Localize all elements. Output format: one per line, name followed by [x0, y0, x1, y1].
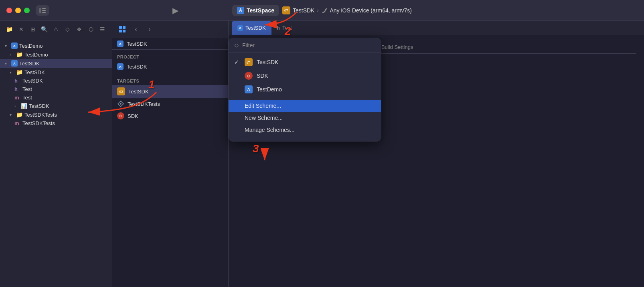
svg-rect-6	[119, 30, 122, 32]
dropdown-edit-scheme[interactable]: Edit Scheme...	[229, 100, 381, 112]
target-label: TestSDK	[128, 89, 149, 95]
middle-testsdk-label: TestSDK	[127, 41, 147, 47]
title-center: A TestSpace 🏷 TestSDK › Any iOS Device (…	[232, 5, 412, 16]
forward-button[interactable]: ›	[144, 26, 155, 33]
target-item-testsdk[interactable]: 🏷 TestSDK	[112, 85, 228, 98]
warnings-icon[interactable]: ⚠	[51, 24, 61, 34]
minimize-button[interactable]	[15, 8, 21, 13]
run-button[interactable]: ▶	[172, 6, 178, 15]
tree-label: TestSDK	[22, 78, 43, 84]
tree-item-testsdktests-m[interactable]: m TestSDKTests	[0, 119, 112, 127]
tree-item-test-m[interactable]: m Test	[0, 93, 112, 102]
svg-rect-5	[123, 26, 126, 29]
project-item-testsdk[interactable]: A TestSDK	[112, 61, 228, 72]
tree-item-testsdk-framework[interactable]: › 📊 TestSDK	[0, 102, 112, 110]
tree-label: Test	[22, 86, 32, 92]
dropdown-item-label: TestSDK	[257, 59, 278, 65]
dropdown-item-label: TestDemo	[257, 86, 282, 93]
scheme-red-icon: ⊙	[245, 72, 253, 80]
dropdown-new-scheme[interactable]: New Scheme...	[229, 112, 381, 124]
framework-icon: 📊	[21, 103, 27, 109]
folder-icon: 📁	[16, 51, 23, 58]
dropdown-filter: ⊜ Filter	[229, 38, 381, 53]
breakpoints-icon[interactable]: ⊞	[28, 24, 37, 34]
filter-text: Filter	[242, 42, 255, 49]
tree-item-testdemo-project[interactable]: ▾ A TestDemo	[0, 41, 112, 50]
close-button[interactable]	[6, 8, 12, 13]
target-icon: 🏷	[282, 6, 290, 14]
folder-icon: 📁	[16, 69, 23, 75]
tree-item-testdemo-folder[interactable]: › 📁 TestDemo	[0, 50, 112, 59]
scheme-yellow-icon: 🏷	[245, 58, 253, 66]
tree-label: Test	[22, 95, 32, 101]
tree-item-testsdk-project[interactable]: ▾ A TestSDK	[0, 59, 112, 68]
folder-icon: 📁	[16, 111, 23, 118]
search-icon[interactable]: 🔍	[40, 24, 49, 34]
project-icon: A	[117, 63, 124, 70]
tree-item-testsdk-folder[interactable]: ▾ 📁 TestSDK	[0, 68, 112, 77]
chevron-right-icon: ›	[10, 53, 14, 57]
svg-point-8	[120, 103, 122, 105]
traffic-lights	[6, 8, 30, 13]
dropdown-item-testdemo[interactable]: A TestDemo	[229, 83, 381, 96]
dropdown-item-label: SDK	[257, 73, 268, 79]
tab-testsdk[interactable]: A TestSDK	[232, 21, 271, 35]
reports-icon[interactable]: ☰	[98, 24, 107, 34]
maximize-button[interactable]	[24, 8, 30, 13]
chevron-right-icon: ›	[317, 8, 318, 13]
target-item-testsdktests[interactable]: TestSDKTests	[112, 98, 228, 110]
target-label: TestSDKTests	[128, 101, 160, 107]
chevron-down-icon: ▾	[10, 70, 14, 75]
tab-test[interactable]: h Test	[271, 21, 298, 35]
tree-label: TestDemo	[19, 43, 43, 49]
dropdown-separator	[229, 98, 381, 98]
objc-icon: m	[14, 120, 21, 126]
scheme-selector[interactable]: A TestSpace	[232, 5, 279, 16]
tree-label: TestDemo	[24, 52, 48, 58]
debugger-icon[interactable]: ❖	[75, 24, 84, 34]
svg-rect-3	[42, 12, 46, 13]
content-tab-build[interactable]: Build Settings	[381, 42, 413, 53]
sidebar-toggle[interactable]	[36, 5, 49, 16]
target-item-sdk[interactable]: ⊙ SDK	[112, 110, 228, 122]
middle-panel: ‹ › A TestSDK PROJECT A TestSDK TARGETS …	[112, 21, 229, 287]
svg-rect-7	[123, 30, 126, 32]
new-scheme-label: New Scheme...	[245, 115, 283, 121]
target-label: SDK	[128, 113, 138, 119]
dropdown-item-testsdk[interactable]: ✓ 🏷 TestSDK	[229, 55, 381, 69]
tests-icon[interactable]: ◇	[63, 24, 72, 34]
tree-label: TestSDKTests	[22, 120, 55, 126]
hammer-icon	[321, 7, 327, 14]
device-selector[interactable]: 🏷 TestSDK › Any iOS Device (arm64, armv7…	[282, 6, 412, 14]
chevron-right-icon: ›	[14, 104, 19, 108]
svg-rect-4	[119, 26, 122, 29]
tree-item-test-h[interactable]: h Test	[0, 85, 112, 93]
target-red-icon: ⊙	[117, 112, 124, 119]
edit-scheme-label: Edit Scheme...	[245, 103, 281, 109]
left-sidebar: 📁 ✕ ⊞ 🔍 ⚠ ◇ ❖ ⬡ ☰ ▾ A TestDemo › 📁 TestD…	[0, 21, 112, 287]
source-control-icon[interactable]: ✕	[16, 24, 26, 34]
objc-icon: m	[14, 95, 21, 101]
chevron-down-icon: ▾	[10, 113, 14, 117]
middle-toolbar: ‹ ›	[112, 21, 228, 38]
sidebar-toolbar: 📁 ✕ ⊞ 🔍 ⚠ ◇ ❖ ⬡ ☰	[0, 21, 112, 38]
svg-rect-2	[42, 10, 46, 11]
dropdown-item-sdk[interactable]: ⊙ SDK	[229, 69, 381, 83]
dropdown-manage-schemes[interactable]: Manage Schemes...	[229, 124, 381, 136]
tree-item-testsdk-h[interactable]: h TestSDK	[0, 77, 112, 85]
middle-testsdk-item[interactable]: A TestSDK	[112, 38, 228, 50]
project-icon: A	[117, 40, 124, 47]
tree-item-testsdktests-folder[interactable]: ▾ 📁 TestSDKTests	[0, 110, 112, 119]
chevron-down-icon: ▾	[5, 61, 10, 66]
devices-icon[interactable]: ⬡	[86, 24, 95, 34]
grid-view-icon[interactable]	[117, 24, 128, 34]
target-yellow-icon: 🏷	[117, 87, 125, 95]
project-icon: A	[11, 60, 18, 67]
back-button[interactable]: ‹	[131, 26, 141, 33]
folder-icon[interactable]: 📁	[5, 24, 14, 34]
svg-rect-1	[42, 8, 46, 9]
device-label: Any iOS Device (arm64, armv7s)	[330, 7, 412, 14]
tree-label: TestSDK	[29, 103, 49, 109]
tab-icon: A	[237, 25, 243, 31]
project-icon: A	[11, 42, 18, 49]
